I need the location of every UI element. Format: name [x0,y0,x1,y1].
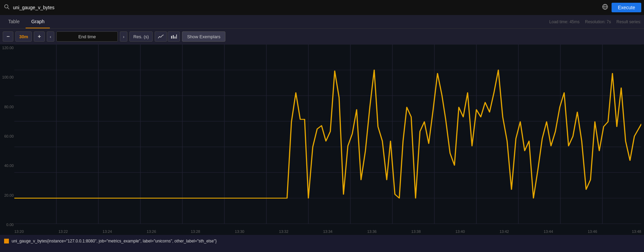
tab-graph[interactable]: Graph [26,15,50,28]
y-label-0: 0.00 [1,223,14,227]
end-time-button[interactable]: End time [56,31,118,42]
y-label-80: 80.00 [1,105,14,109]
x-label-1322: 13:22 [58,229,68,234]
y-label-100: 100.00 [1,75,14,79]
x-label-1346: 13:46 [588,229,597,234]
y-label-40: 40.00 [1,164,14,168]
legend-color-box [4,239,9,243]
bar-chart-button[interactable] [168,31,180,42]
x-axis: 13:20 13:22 13:24 13:26 13:28 13:30 13:3… [14,228,641,235]
duration-display: 30m [15,31,32,42]
x-label-1334: 13:34 [323,229,333,234]
execute-button[interactable]: Execute [612,3,641,12]
search-bar: Execute [0,0,644,15]
show-exemplars-button[interactable]: Show Exemplars [182,31,226,42]
x-label-1324: 13:24 [102,229,112,234]
search-icon [3,4,11,11]
svg-rect-8 [176,34,177,39]
tabs-row: Table Graph Load time: 45ms Resolution: … [0,15,644,29]
globe-button[interactable] [601,2,610,13]
svg-rect-5 [171,36,172,39]
prev-time-button[interactable]: ‹ [47,31,54,42]
svg-rect-7 [174,37,176,39]
x-label-1342: 13:42 [500,229,509,234]
tab-table[interactable]: Table [3,15,25,28]
chart-type-group [155,31,180,42]
x-label-1336: 13:36 [367,229,377,234]
result-series-label: Result series: [616,19,641,24]
y-label-120: 120.00 [1,46,14,50]
svg-line-1 [8,8,9,9]
load-time-label: Load time: 45ms [549,19,580,24]
controls-row: − 30m + ‹ End time › Res. (s) Show Exemp… [0,29,644,44]
y-label-60: 60.00 [1,134,14,138]
increase-duration-button[interactable]: + [34,31,44,42]
x-label-1348: 13:48 [632,229,641,234]
resolution-label: Resolution: 7s [585,19,611,24]
x-label-1332: 13:32 [279,229,289,234]
y-label-20: 20.00 [1,193,14,197]
x-label-1320: 13:20 [14,229,24,234]
chart-container: 0.00 20.00 40.00 60.00 80.00 100.00 120.… [0,44,644,235]
x-label-1330: 13:30 [235,229,244,234]
tabs-meta: Load time: 45ms Resolution: 7s Result se… [549,19,641,24]
x-label-1344: 13:44 [544,229,553,234]
svg-rect-6 [173,35,174,39]
resolution-button[interactable]: Res. (s) [129,31,153,42]
x-label-1328: 13:28 [191,229,200,234]
next-time-button[interactable]: › [120,31,127,42]
y-axis: 0.00 20.00 40.00 60.00 80.00 100.00 120.… [0,44,14,228]
legend-label: uni_gauge_v_bytes{instance="127.0.0.1:80… [12,239,216,243]
x-label-1340: 13:40 [456,229,465,234]
x-label-1338: 13:38 [411,229,421,234]
chart-svg [14,44,641,228]
search-input[interactable] [13,5,599,10]
line-chart-button[interactable] [155,31,167,42]
x-label-1326: 13:26 [147,229,156,234]
legend-row: uni_gauge_v_bytes{instance="127.0.0.1:80… [0,235,644,247]
tabs-container: Table Graph [3,15,50,28]
decrease-duration-button[interactable]: − [3,31,13,42]
